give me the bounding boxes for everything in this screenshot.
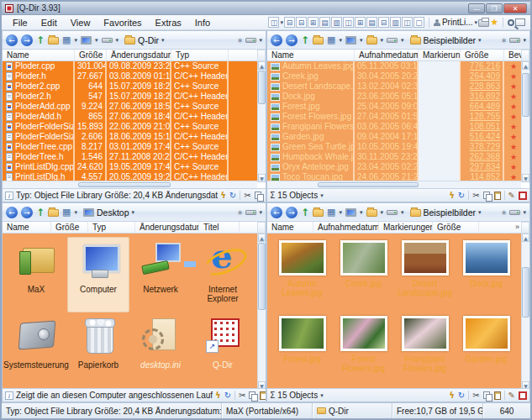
printer-icon[interactable] (478, 19, 489, 27)
chevron-down-icon[interactable]: ▾ (401, 37, 404, 44)
pane-options-icon[interactable]: ∗ (237, 36, 244, 45)
computer-icon[interactable] (81, 36, 92, 45)
chevron-down-icon[interactable]: ▾ (116, 37, 119, 44)
layout-preset-button[interactable]: ◫ (268, 17, 279, 28)
column-header[interactable]: Name (267, 50, 355, 60)
table-row[interactable]: Forest Flowers.jpg 27.04.2005 01:50 128.… (267, 112, 521, 122)
table-row[interactable]: Frangipani Flowers.jpg 03.06.2005 06:41 … (267, 122, 521, 132)
close-button[interactable]: ✕ (503, 3, 527, 13)
table-row[interactable]: Green Sea Turtle.jpg 10.05.2005 19:45 37… (267, 142, 521, 152)
scroll-corner-button[interactable] (257, 222, 266, 234)
up-icon[interactable]: ↑ (36, 207, 45, 218)
layout-preset-button[interactable]: ▢ (413, 17, 424, 28)
views-icon[interactable]: ▦ (62, 34, 71, 45)
scrollbar-thumb[interactable] (318, 182, 419, 187)
address-dropdown[interactable]: Beispielbilder ▾ (408, 34, 484, 46)
cut-icon[interactable]: ✂ (472, 391, 479, 401)
column-header[interactable]: Name (3, 222, 51, 233)
table-row[interactable]: Ploder2.h 547 15.07.2009 18:23 C/C++ Hea… (3, 92, 257, 102)
layout-preset-button[interactable]: ⊟ (296, 17, 307, 28)
chevron-down-icon[interactable]: ▾ (381, 209, 384, 216)
up-icon[interactable]: ↑ (301, 207, 309, 218)
layout-preset-button[interactable]: ▤ (319, 17, 330, 28)
horizontal-scrollbar[interactable] (267, 181, 521, 188)
thumbnail-item[interactable]: Forest Flowers.jpg (333, 316, 394, 390)
table-row[interactable]: Humpback Whale.jpg 30.11.2005 23:20 262.… (267, 152, 521, 162)
table-row[interactable]: PloderAdd.h 865 27.06.2009 18:45 C/C++ H… (3, 112, 257, 122)
scroll-up-icon[interactable]: ▲ (258, 61, 266, 70)
copy-icon[interactable] (483, 192, 491, 200)
table-row[interactable]: PrintListDlg.cpp 24.620 19.05.2009 17:47… (3, 162, 257, 172)
maximize-button[interactable]: ❐ (486, 3, 503, 13)
views-icon[interactable]: ▦ (327, 207, 335, 218)
paste-icon[interactable] (494, 391, 501, 400)
more-columns-chevron[interactable]: » (515, 223, 519, 231)
layout-preset-button[interactable]: ▤ (366, 17, 377, 28)
desktop-item[interactable]: MaX (5, 237, 67, 312)
pane-options-icon[interactable]: ∗ (501, 36, 508, 45)
scrollbar-thumb[interactable] (78, 182, 171, 187)
chevron-down-icon[interactable]: ▾ (74, 37, 77, 44)
desktop-item[interactable]: Computer (67, 237, 129, 312)
column-header[interactable]: Größe (51, 222, 88, 233)
column-header[interactable]: Änderungsdatum (135, 222, 199, 233)
chevron-down-icon[interactable]: ▾ (523, 209, 526, 216)
chevron-down-icon[interactable]: ▾ (259, 209, 262, 216)
chevron-down-icon[interactable]: ▾ (339, 209, 342, 216)
forward-icon[interactable]: → (286, 34, 298, 46)
address-dropdown[interactable]: Q-Dir ▾ (122, 34, 167, 46)
table-row[interactable]: PloderAdd.cpp 9.224 27.06.2009 18:58 C++… (3, 102, 257, 112)
layout-preset-button[interactable]: ◫ (402, 17, 413, 28)
layout-preset-button[interactable]: ⊟ (284, 17, 295, 28)
new-folder-icon[interactable] (313, 209, 324, 217)
paste-icon[interactable] (260, 391, 266, 400)
menu-item[interactable]: View (65, 17, 97, 29)
table-row[interactable]: PloderTree.h 1.546 27.11.2008 20:22 C/C+… (3, 152, 257, 162)
column-header[interactable]: Name (267, 222, 313, 233)
table-row[interactable]: Dock.jpg 23.06.2005 05:17 316.892 ★ (267, 92, 521, 102)
column-header[interactable]: Größe (461, 50, 504, 60)
layout-preset-button[interactable]: ⊟ (378, 17, 389, 28)
drives-icon[interactable] (102, 38, 113, 43)
thumbnail-item[interactable]: Garden.jpg (456, 316, 517, 390)
table-row[interactable]: Forest.jpg 25.04.2005 09:00 664.489 ★ (267, 102, 521, 112)
new-folder-icon[interactable] (48, 37, 59, 45)
table-row[interactable]: PloderFolderSize.h 2.606 18.06.2009 15:1… (3, 132, 257, 142)
menu-item[interactable]: Favorites (97, 17, 147, 29)
desktop-item[interactable]: Netzwerk (129, 237, 192, 312)
menu-item[interactable]: File (7, 17, 34, 29)
scroll-down-icon[interactable]: ▼ (522, 174, 529, 182)
vertical-scrollbar[interactable]: ▲ ▼ (521, 234, 529, 390)
menu-item[interactable]: Edit (35, 17, 63, 29)
chevron-down-icon[interactable]: ▾ (320, 392, 324, 399)
forward-icon[interactable]: → (21, 207, 33, 218)
qdir-grid-icon[interactable] (519, 391, 527, 400)
edit-icon[interactable]: ✎ (508, 391, 515, 401)
copy-icon[interactable] (249, 391, 256, 400)
column-header[interactable]: Name (3, 50, 75, 60)
cut-icon[interactable]: ✂ (239, 391, 245, 401)
chevron-down-icon[interactable]: ▾ (401, 209, 404, 216)
scrollbar-thumb[interactable] (522, 267, 529, 318)
scroll-corner-button[interactable] (521, 222, 529, 234)
network-icon[interactable] (509, 210, 520, 215)
computer-icon[interactable] (345, 36, 356, 45)
scrollbar-thumb[interactable] (522, 73, 529, 117)
paste-icon[interactable] (494, 192, 501, 200)
quick-action-icon[interactable]: ϟ (215, 391, 221, 401)
back-icon[interactable]: ← (271, 34, 282, 46)
forward-icon[interactable]: → (21, 34, 33, 46)
favorites-star-icon[interactable]: ★ (490, 17, 498, 28)
menu-item[interactable]: Extras (150, 17, 187, 29)
chevron-down-icon[interactable]: ▾ (523, 37, 526, 44)
table-row[interactable]: Autumn Leaves.jpg 05.11.2005 03:12 776.2… (267, 61, 521, 71)
drives-icon[interactable] (387, 38, 398, 43)
refresh-icon[interactable]: ↻ (224, 391, 231, 401)
chevron-down-icon[interactable]: ▾ (320, 192, 324, 199)
object-count[interactable]: 15 Objects (277, 191, 318, 200)
back-icon[interactable]: ← (271, 207, 282, 218)
up-icon[interactable]: ↑ (301, 34, 309, 46)
column-header[interactable]: Änderungsdatum (107, 50, 171, 60)
chevron-down-icon[interactable]: ▾ (381, 37, 384, 44)
thumbnail-item[interactable]: Dock.jpg (456, 240, 517, 316)
